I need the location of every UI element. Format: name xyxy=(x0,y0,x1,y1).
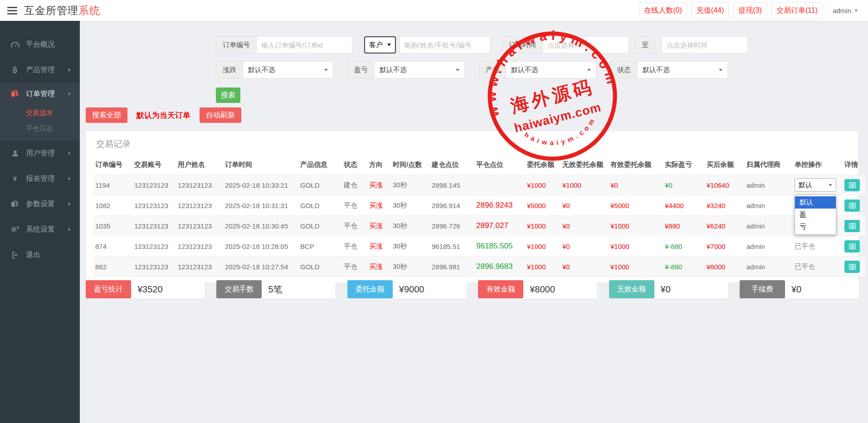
dropdown-option-0[interactable]: 默认 xyxy=(795,196,836,209)
table-cell: ¥4400 xyxy=(663,195,705,216)
table-cell: 123123123 xyxy=(176,216,223,236)
control-cell: 默认默认盈亏 xyxy=(793,175,843,195)
auto-refresh-button[interactable]: 自动刷新 xyxy=(200,107,241,123)
table-cell: 1194 xyxy=(93,175,132,195)
table-cell: GOLD xyxy=(298,216,342,236)
sidebar-item-logout[interactable]: 退出 xyxy=(0,242,80,267)
filter-order-time: 订单时间 至 xyxy=(502,36,748,53)
sidebar-item-dashboard[interactable]: 平台概况 xyxy=(0,32,80,57)
table-cell: 96185.51 xyxy=(430,236,474,257)
table-cell: ¥1000 xyxy=(609,216,663,236)
table-cell: 建仓 xyxy=(342,175,367,195)
summary-stat-label: 委托金额 xyxy=(347,280,393,298)
table-cell: ¥-880 xyxy=(663,236,705,257)
product-icon xyxy=(10,66,20,74)
table-cell: 123123123 xyxy=(132,236,176,257)
filter-select-3[interactable]: 默认不选 xyxy=(637,61,728,78)
filter-row-2: 涨跌默认不选盈亏默认不选产品默认不选状态默认不选 xyxy=(216,61,728,78)
sidebar-item-orders[interactable]: 订单管理 xyxy=(0,83,80,105)
order-no-input[interactable] xyxy=(256,36,352,53)
table-row: 10821231231231231231232025-02-18 10:31:3… xyxy=(93,195,865,216)
table-cell: ¥0 xyxy=(561,236,609,257)
sidebar-item-label: 产品管理 xyxy=(26,65,55,75)
table-cell: 2025-02-18 10:31:31 xyxy=(223,195,298,216)
summary-stat-value: ¥9000 xyxy=(393,280,466,298)
table-row: 11941231231231231231232025-02-18 10:33:2… xyxy=(93,175,865,195)
header-badge-0[interactable]: 在线人数(0) xyxy=(639,2,687,19)
control-dropdown-list: 默认盈亏 xyxy=(795,194,836,235)
time-to-input[interactable] xyxy=(662,36,748,53)
time-from-input[interactable] xyxy=(542,36,629,53)
table-cell: ¥5000 xyxy=(609,195,663,216)
detail-button[interactable] xyxy=(844,199,860,212)
header-badge-2[interactable]: 提现(3) xyxy=(733,2,767,19)
watermark-center-en: haiwaiym.com xyxy=(513,100,603,135)
table-cell: ¥3240 xyxy=(705,195,745,216)
header-badge-1[interactable]: 充值(44) xyxy=(692,2,729,19)
table-cell: admin xyxy=(745,257,793,277)
search-all-button[interactable]: 搜索全部 xyxy=(86,107,127,123)
sidebar-item-users[interactable]: 用户管理 xyxy=(0,141,80,166)
filter-order-no: 订单编号 xyxy=(216,36,352,53)
sidebar-item-reports[interactable]: ¥报表管理 xyxy=(0,166,80,191)
sidebar-item-products[interactable]: 产品管理 xyxy=(0,57,80,83)
sidebar-subitem-trade-flow[interactable]: 交易流水 xyxy=(0,105,80,121)
closed-status-text: 已平仓 xyxy=(795,242,815,250)
filter-select-1[interactable]: 默认不选 xyxy=(374,61,465,78)
params-icon xyxy=(10,200,20,208)
table-cell: 1082 xyxy=(93,195,132,216)
column-header: 交易账号 xyxy=(132,156,176,175)
table-cell: admin xyxy=(745,175,793,195)
search-button[interactable]: 搜索 xyxy=(216,88,240,103)
dropdown-option-1[interactable]: 盈 xyxy=(795,209,836,221)
admin-username: admin xyxy=(833,7,851,15)
app-title-dark: 互金所管理 xyxy=(24,5,78,16)
summary-stat-5: 手续费¥0 xyxy=(740,280,858,298)
main-content: 订单编号 客户 订单时间 至 涨跌默认不选盈亏默认不选产品默认不选状态默认不选 … xyxy=(80,21,868,423)
column-header: 状态 xyxy=(342,156,367,175)
table-cell: ¥0 xyxy=(561,195,609,216)
table-cell: 2896.9243 xyxy=(474,195,525,216)
admin-menu[interactable]: admin xyxy=(830,4,861,17)
control-select[interactable]: 默认 xyxy=(795,178,836,192)
hamburger-menu-icon[interactable] xyxy=(7,7,17,15)
table-cell: ¥0 xyxy=(561,257,609,277)
table-cell: 30秒 xyxy=(391,175,430,195)
table-cell: 2025-02-18 10:30:45 xyxy=(223,216,298,236)
summary-stat-label: 交易手数 xyxy=(216,280,262,298)
filter-select-group-1: 盈亏默认不选 xyxy=(347,61,465,78)
filter-select-2[interactable]: 默认不选 xyxy=(506,61,596,78)
table-cell: ¥1000 xyxy=(525,216,561,236)
sidebar-item-label: 参数设置 xyxy=(26,199,55,209)
table-cell: GOLD xyxy=(298,175,342,195)
watermark-center-cn: 海外源码 xyxy=(508,76,596,116)
summary-bar: 盈亏统计¥3520交易手数5笔委托金额¥9000有效金额¥8000无效金额¥0手… xyxy=(86,280,858,298)
sidebar-item-label: 系统设置 xyxy=(26,225,55,234)
chevron-right-icon xyxy=(68,202,71,206)
detail-button[interactable] xyxy=(844,179,860,191)
table-cell: 平仓 xyxy=(342,236,367,257)
dropdown-option-2[interactable]: 亏 xyxy=(795,221,836,233)
column-header: 买后余额 xyxy=(705,156,745,175)
detail-cell xyxy=(843,175,865,195)
sidebar-item-params[interactable]: 参数设置 xyxy=(0,191,80,217)
table-cell: ¥5000 xyxy=(525,195,561,216)
sidebar: 平台概况产品管理订单管理交易流水平仓日志用户管理¥报表管理参数设置系统设置退出 xyxy=(0,21,80,423)
column-header: 订单时间 xyxy=(223,156,298,175)
header-badge-3[interactable]: 交易订单(11) xyxy=(771,2,823,19)
table-cell: 123123123 xyxy=(176,175,223,195)
sidebar-item-system[interactable]: 系统设置 xyxy=(0,217,80,242)
table-cell: ¥0 xyxy=(609,175,663,195)
filter-select-0[interactable]: 默认不选 xyxy=(243,61,333,78)
detail-button[interactable] xyxy=(844,240,860,253)
table-cell: 买涨 xyxy=(367,236,391,257)
column-header: 归属代理商 xyxy=(745,156,793,175)
summary-stat-4: 无效金额¥0 xyxy=(609,280,728,298)
sidebar-subitem-close-log[interactable]: 平仓日志 xyxy=(0,121,80,136)
detail-button[interactable] xyxy=(844,261,860,273)
detail-button[interactable] xyxy=(844,220,860,232)
table-row: 8621231231231231231232025-02-18 10:27:54… xyxy=(93,257,865,277)
customer-input[interactable] xyxy=(400,36,490,53)
chevron-right-icon xyxy=(68,151,71,155)
customer-type-select[interactable]: 客户 xyxy=(364,36,396,53)
